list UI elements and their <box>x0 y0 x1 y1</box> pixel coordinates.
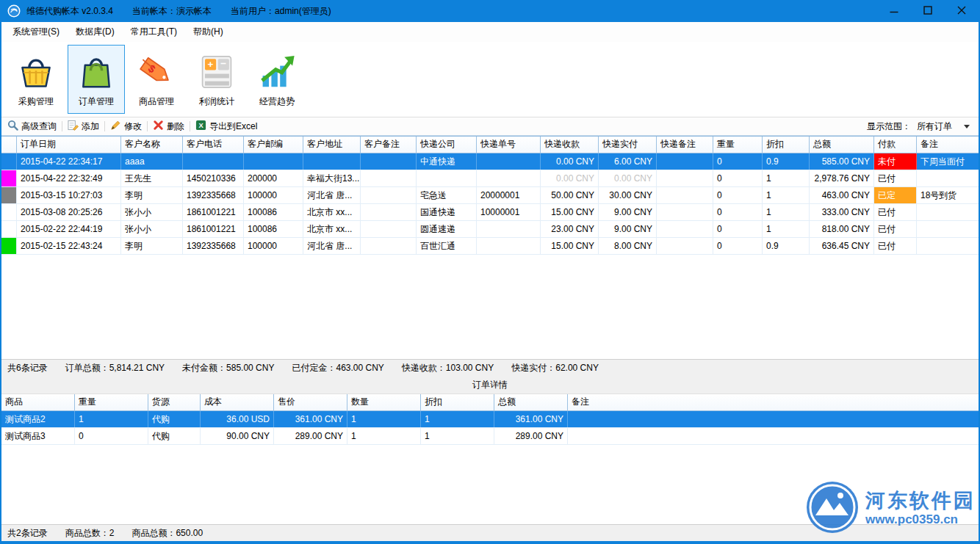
detail-column-header[interactable]: 售价 <box>274 394 347 410</box>
detail-column-header[interactable]: 重量 <box>75 394 148 410</box>
order-cell: 李明 <box>121 187 183 203</box>
toolbar-button-products[interactable]: $商品管理 <box>128 45 185 114</box>
detail-column-header[interactable]: 货源 <box>148 394 201 410</box>
detail-column-header[interactable]: 备注 <box>568 394 979 410</box>
order-cell: 2015-02-15 22:43:24 <box>17 238 121 254</box>
action-button-advanced-search[interactable]: 高级查询 <box>7 120 57 133</box>
action-button-export-excel[interactable]: X导出到Excel <box>195 120 257 133</box>
order-cell <box>303 153 361 170</box>
orders-column-header[interactable]: 总额 <box>810 137 874 153</box>
order-cell: 1392335668 <box>183 187 244 203</box>
orders-column-header[interactable]: 客户名称 <box>121 137 183 153</box>
order-cell: 0 <box>713 221 763 237</box>
toolbar-button-label: 采购管理 <box>18 95 54 108</box>
order-row[interactable]: 2015-04-22 22:34:17aaaa中通快递0.00 CNY6.00 … <box>1 153 979 170</box>
detail-column-header[interactable]: 折扣 <box>421 394 494 410</box>
summary-item: 快递实付：62.00 CNY <box>511 362 599 374</box>
actionbar: 高级查询添加修改删除X导出到Excel 显示范围： 所有订单 <box>1 117 979 136</box>
order-row[interactable]: 2015-04-22 22:32:49王先生1450210336200000幸福… <box>1 170 979 187</box>
order-detail-title-bar: 订单详情 <box>1 376 979 394</box>
action-button-delete[interactable]: 删除 <box>153 120 184 133</box>
menu-item-0[interactable]: 系统管理(S) <box>4 22 68 42</box>
order-cell <box>657 204 713 220</box>
order-cell: 下周当面付 <box>917 153 979 170</box>
orders-column-header[interactable]: 快递实付 <box>599 137 657 153</box>
app-title: 维德代购帐本 v2.0.3.4 <box>26 5 113 18</box>
watermark-logo-icon <box>805 480 860 537</box>
order-cell: 宅急送 <box>417 187 477 203</box>
order-row[interactable]: 2015-02-22 22:44:19张小小1861001221100086北京… <box>1 221 979 238</box>
orders-column-header[interactable]: 重量 <box>713 137 763 153</box>
detail-column-header[interactable]: 商品 <box>1 394 75 410</box>
orders-column-header[interactable]: 折扣 <box>763 137 810 153</box>
order-cell: 河北省 唐... <box>303 238 361 254</box>
detail-row[interactable]: 测试商品21代购36.00 USD361.00 CNY11361.00 CNY <box>1 411 979 428</box>
order-cell: 463.00 CNY <box>810 187 874 203</box>
orders-column-header[interactable]: 快递公司 <box>417 137 477 153</box>
order-cell: 北京市 xx... <box>303 221 361 237</box>
payment-status-badge: 已定 <box>874 187 917 203</box>
toolbar-button-orders[interactable]: 订单管理 <box>68 45 125 114</box>
marker-column-header <box>1 137 17 153</box>
orders-column-header[interactable]: 客户电话 <box>183 137 244 153</box>
orders-column-header[interactable]: 快递备注 <box>657 137 713 153</box>
order-cell: 0 <box>713 204 763 220</box>
orders-column-header[interactable]: 付款 <box>874 137 917 153</box>
order-cell: 200000 <box>244 170 303 186</box>
order-cell: 100000 <box>244 238 303 254</box>
current-user-label: 当前用户：admin(管理员) <box>231 5 331 18</box>
orders-table: 订单日期客户名称客户电话客户邮编客户地址客户备注快递公司快递单号快递收款快递实付… <box>1 136 979 359</box>
detail-column-header[interactable]: 总额 <box>494 394 568 410</box>
toolbar-button-profit[interactable]: +−利润统计 <box>188 45 245 114</box>
orders-column-header[interactable]: 客户地址 <box>303 137 361 153</box>
order-cell: 9.00 CNY <box>599 221 657 237</box>
action-button-add[interactable]: 添加 <box>68 120 99 133</box>
detail-row[interactable]: 测试商品30代购90.00 CNY289.00 CNY11289.00 CNY <box>1 428 979 445</box>
order-row[interactable]: 2015-03-15 10:27:03李明1392335668100000河北省… <box>1 187 979 204</box>
orders-column-header[interactable]: 客户备注 <box>361 137 417 153</box>
order-cell <box>657 238 713 254</box>
order-row[interactable]: 2015-02-15 22:43:24李明1392335668100000河北省… <box>1 238 979 255</box>
toolbar-button-trend[interactable]: 经营趋势 <box>248 45 306 114</box>
order-cell: 1 <box>763 221 810 237</box>
detail-cell: 测试商品3 <box>1 428 75 444</box>
toolbar-button-purchase[interactable]: 采购管理 <box>7 45 65 114</box>
order-cell <box>244 153 303 170</box>
order-cell: 636.45 CNY <box>810 238 874 254</box>
edit-icon <box>110 120 121 133</box>
action-button-label: 导出到Excel <box>209 120 257 133</box>
detail-cell: 1 <box>347 428 421 444</box>
orders-column-header[interactable]: 订单日期 <box>17 137 121 153</box>
scope-area: 显示范围： 所有订单 <box>867 120 973 133</box>
order-cell: 0 <box>713 187 763 203</box>
minimize-button[interactable] <box>877 0 911 22</box>
order-cell: 0.9 <box>763 153 810 170</box>
menu-item-2[interactable]: 常用工具(T) <box>123 22 185 42</box>
row-color-marker <box>1 187 17 203</box>
order-cell: 2,978.76 CNY <box>810 170 874 186</box>
action-button-edit[interactable]: 修改 <box>110 120 142 133</box>
order-cell: 15.00 CNY <box>541 238 599 254</box>
detail-column-header[interactable]: 成本 <box>201 394 274 410</box>
order-cell: 张小小 <box>121 204 183 220</box>
orders-column-header[interactable]: 快递单号 <box>477 137 541 153</box>
watermark: 河东软件园 www.pc0359.cn <box>805 480 976 537</box>
order-cell: 10000001 <box>477 204 541 220</box>
orders-column-header[interactable]: 备注 <box>917 137 979 153</box>
detail-column-header[interactable]: 数量 <box>347 394 421 410</box>
order-cell <box>183 153 244 170</box>
order-cell: 0.00 CNY <box>541 153 599 170</box>
order-row[interactable]: 2015-03-08 20:25:26张小小1861001221100086北京… <box>1 204 979 221</box>
status-item: 共2条记录 <box>7 527 48 540</box>
menu-item-1[interactable]: 数据库(D) <box>68 22 123 42</box>
maximize-button[interactable] <box>911 0 945 22</box>
close-icon <box>957 6 966 17</box>
orders-column-header[interactable]: 快递收款 <box>541 137 599 153</box>
action-button-label: 删除 <box>167 120 184 133</box>
close-button[interactable] <box>945 0 979 22</box>
orders-column-header[interactable]: 客户邮编 <box>244 137 303 153</box>
menu-item-3[interactable]: 帮助(H) <box>185 22 231 42</box>
scope-dropdown[interactable]: 所有订单 <box>917 120 973 133</box>
order-cell: 1 <box>763 170 810 186</box>
order-cell: 0 <box>713 153 763 170</box>
